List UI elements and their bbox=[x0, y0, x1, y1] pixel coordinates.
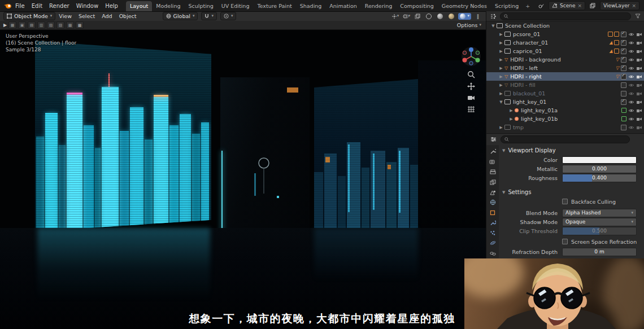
outliner-row[interactable]: ▶▽ HDRI - background ▽ bbox=[486, 55, 644, 64]
tab-shading[interactable]: Shading bbox=[296, 1, 326, 11]
outliner-row-disabled[interactable]: ▶ blackout_01 bbox=[486, 89, 644, 98]
menu-window[interactable]: Window bbox=[73, 3, 102, 9]
show-gizmo-dropdown[interactable]: ▾ bbox=[390, 12, 399, 20]
outliner-row-disabled[interactable]: ▶▽ HDRI - fill bbox=[486, 81, 644, 89]
modifier-tab-icon[interactable] bbox=[488, 218, 498, 227]
outliner-search-input[interactable] bbox=[500, 12, 631, 20]
hide-eye-icon[interactable] bbox=[628, 41, 634, 45]
disclosure-icon[interactable]: ▶ bbox=[508, 108, 515, 113]
tab-layout[interactable]: Layout bbox=[126, 1, 152, 11]
disclosure-icon[interactable]: ▶ bbox=[498, 41, 504, 45]
shading-material-button[interactable] bbox=[447, 13, 456, 20]
physics-tab-icon[interactable] bbox=[488, 239, 498, 247]
3d-viewport[interactable]: User Perspective (16) Scene Collection |… bbox=[0, 29, 486, 329]
tab-uv-editing[interactable]: UV Editing bbox=[217, 1, 254, 11]
hide-eye-icon[interactable] bbox=[628, 58, 634, 62]
render-visibility-icon[interactable] bbox=[636, 66, 642, 71]
outliner-row[interactable]: ▶▽ HDRI - left ▽ bbox=[486, 64, 644, 72]
outliner-row[interactable]: ▶ caprice_01 ▲ bbox=[486, 47, 644, 55]
render-visibility-icon[interactable] bbox=[636, 58, 642, 62]
viewport-menu-add[interactable]: Add bbox=[98, 13, 115, 19]
disclosure-icon[interactable]: ▶ bbox=[508, 117, 515, 121]
viewport-menu-object[interactable]: Object bbox=[116, 13, 140, 19]
xray-toggle[interactable] bbox=[413, 12, 422, 20]
hide-eye-icon[interactable] bbox=[628, 91, 634, 96]
transform-orientation-dropdown[interactable]: Global ▾ bbox=[163, 12, 198, 20]
outliner-row[interactable]: ▼ light_key_01 bbox=[486, 98, 644, 106]
tool-option-icon-5[interactable]: ▧ bbox=[47, 21, 55, 29]
render-visibility-icon[interactable] bbox=[636, 108, 642, 113]
render-visibility-icon[interactable] bbox=[636, 32, 642, 37]
tool-option-icon-3[interactable]: ▤ bbox=[28, 21, 36, 29]
exclude-checkbox[interactable] bbox=[621, 40, 626, 46]
disclosure-icon[interactable]: ▶ bbox=[498, 83, 504, 87]
particles-tab-icon[interactable] bbox=[488, 229, 498, 237]
render-visibility-icon[interactable] bbox=[636, 91, 642, 96]
exclude-checkbox[interactable] bbox=[621, 125, 626, 130]
tab-compositing[interactable]: Compositing bbox=[396, 1, 438, 11]
outliner-row[interactable]: ▶ light_key_01a bbox=[486, 106, 644, 115]
tab-sculpting[interactable]: Sculpting bbox=[184, 1, 217, 11]
roughness-slider[interactable]: 0.400 bbox=[562, 174, 637, 182]
tool-option-icon-4[interactable]: ▥ bbox=[37, 21, 45, 29]
disclosure-icon[interactable]: ▶ bbox=[498, 74, 504, 79]
filter-icon[interactable] bbox=[633, 12, 642, 20]
outliner-row-selected[interactable]: ▶▽ HDRI - right ▽ bbox=[486, 72, 644, 81]
tab-animation[interactable]: Animation bbox=[325, 1, 360, 11]
outliner-row-scene-collection[interactable]: ▼ Scene Collection bbox=[486, 21, 644, 30]
proportional-editing-toggle[interactable]: ▾ bbox=[220, 12, 237, 20]
scene-tab-icon[interactable] bbox=[488, 188, 498, 196]
disclosure-icon[interactable]: ▶ bbox=[498, 125, 504, 130]
hide-eye-icon[interactable] bbox=[628, 125, 634, 130]
editor-overflow-icon[interactable]: ‖ bbox=[473, 12, 482, 20]
navigation-gizmo[interactable] bbox=[461, 46, 481, 67]
hide-eye-icon[interactable] bbox=[628, 108, 634, 113]
camera-view-icon[interactable] bbox=[467, 94, 475, 101]
render-visibility-icon[interactable] bbox=[636, 125, 642, 130]
tool-option-icon-2[interactable]: ▣ bbox=[18, 21, 26, 29]
hide-eye-icon[interactable] bbox=[628, 66, 634, 71]
shading-rendered-button[interactable]: ▾ bbox=[458, 13, 471, 20]
exclude-checkbox[interactable] bbox=[621, 57, 626, 63]
hide-eye-icon[interactable] bbox=[628, 83, 634, 87]
color-swatch[interactable] bbox=[562, 156, 637, 164]
snap-toggle[interactable]: ▾ bbox=[201, 12, 217, 20]
properties-search-input[interactable] bbox=[501, 135, 630, 143]
constraints-tab-icon[interactable] bbox=[488, 249, 498, 257]
options-dropdown[interactable]: Options bbox=[457, 22, 478, 28]
hide-eye-icon[interactable] bbox=[628, 100, 634, 104]
outliner-row[interactable]: ▶ pcsore_01 bbox=[486, 30, 644, 38]
clip-threshold-slider[interactable]: 0.500 bbox=[562, 227, 637, 235]
scene-unlink-icon[interactable]: × bbox=[577, 3, 582, 8]
tab-scripting[interactable]: Scripting bbox=[491, 1, 523, 11]
hide-eye-icon[interactable] bbox=[628, 49, 634, 54]
hide-eye-icon[interactable] bbox=[628, 74, 634, 79]
outliner-row[interactable]: ▶ character_01 ▲ bbox=[486, 38, 644, 47]
metallic-slider[interactable]: 0.000 bbox=[562, 165, 637, 173]
tool-option-icon-8[interactable]: ■ bbox=[76, 21, 84, 29]
render-visibility-icon[interactable] bbox=[636, 41, 642, 45]
screen-space-refraction-checkbox[interactable] bbox=[562, 239, 568, 244]
tool-tab-icon[interactable] bbox=[488, 147, 498, 156]
toolbar-expand-icon[interactable]: ▶ bbox=[3, 23, 7, 28]
section-viewport-display[interactable]: ▼Viewport Display bbox=[499, 145, 644, 155]
ortho-grid-icon[interactable] bbox=[467, 105, 475, 113]
hide-eye-icon[interactable] bbox=[628, 32, 634, 37]
world-tab-icon[interactable] bbox=[488, 198, 498, 207]
shading-solid-button[interactable] bbox=[436, 13, 445, 20]
object-tab-icon[interactable] bbox=[488, 208, 498, 217]
disclosure-icon[interactable]: ▼ bbox=[498, 100, 504, 104]
backface-culling-checkbox[interactable] bbox=[562, 199, 568, 204]
editor-type-icon[interactable] bbox=[489, 12, 498, 20]
tool-option-icon-6[interactable]: ▨ bbox=[56, 21, 64, 29]
exclude-checkbox[interactable] bbox=[621, 74, 626, 80]
tab-modeling[interactable]: Modeling bbox=[152, 1, 184, 11]
blend-mode-dropdown[interactable]: Alpha Hashed▾ bbox=[562, 209, 637, 217]
viewlayer-unlink-icon[interactable]: × bbox=[632, 3, 636, 8]
section-settings[interactable]: ▼Settings bbox=[499, 187, 644, 197]
hide-eye-icon[interactable] bbox=[628, 117, 634, 121]
mode-dropdown[interactable]: Object Mode ▾ bbox=[3, 12, 55, 20]
exclude-checkbox[interactable] bbox=[621, 91, 626, 96]
exclude-checkbox[interactable] bbox=[621, 99, 626, 105]
tab-geometry-nodes[interactable]: Geometry Nodes bbox=[438, 1, 491, 11]
